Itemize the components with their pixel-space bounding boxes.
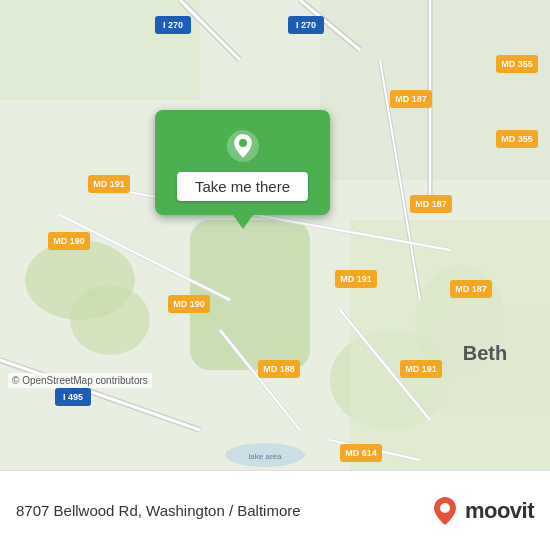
svg-text:MD 190: MD 190 [173, 299, 205, 309]
moovit-brand-text: moovit [465, 498, 534, 524]
svg-text:MD 187: MD 187 [395, 94, 427, 104]
svg-text:MD 187: MD 187 [415, 199, 447, 209]
moovit-logo: moovit [429, 495, 534, 527]
map-copyright: © OpenStreetMap contributors [8, 373, 152, 388]
location-pin-icon [225, 128, 261, 164]
svg-point-2 [70, 285, 150, 355]
svg-text:MD 614: MD 614 [345, 448, 377, 458]
svg-text:MD 355: MD 355 [501, 59, 533, 69]
svg-text:MD 191: MD 191 [405, 364, 437, 374]
bottom-bar: 8707 Bellwood Rd, Washington / Baltimore… [0, 470, 550, 550]
location-popup: Take me there [155, 110, 330, 215]
moovit-brand-icon [429, 495, 461, 527]
svg-point-65 [440, 503, 450, 513]
address-label: 8707 Bellwood Rd, Washington / Baltimore [16, 502, 429, 519]
svg-text:MD 190: MD 190 [53, 236, 85, 246]
svg-point-64 [239, 139, 247, 147]
map-area[interactable]: I 270 I 270 MD 355 MD 355 MD 187 MD 187 … [0, 0, 550, 470]
svg-text:I 495: I 495 [63, 392, 83, 402]
svg-text:MD 188: MD 188 [263, 364, 295, 374]
svg-rect-6 [320, 0, 550, 180]
svg-text:I 270: I 270 [163, 20, 183, 30]
svg-rect-3 [190, 220, 310, 370]
svg-text:MD 191: MD 191 [340, 274, 372, 284]
svg-text:lake area: lake area [249, 452, 282, 461]
svg-text:MD 187: MD 187 [455, 284, 487, 294]
take-me-there-button[interactable]: Take me there [177, 172, 308, 201]
popup-box: Take me there [155, 110, 330, 215]
svg-text:MD 355: MD 355 [501, 134, 533, 144]
svg-rect-7 [0, 0, 200, 100]
svg-text:I 270: I 270 [296, 20, 316, 30]
svg-text:MD 191: MD 191 [93, 179, 125, 189]
svg-text:Beth: Beth [463, 342, 507, 364]
